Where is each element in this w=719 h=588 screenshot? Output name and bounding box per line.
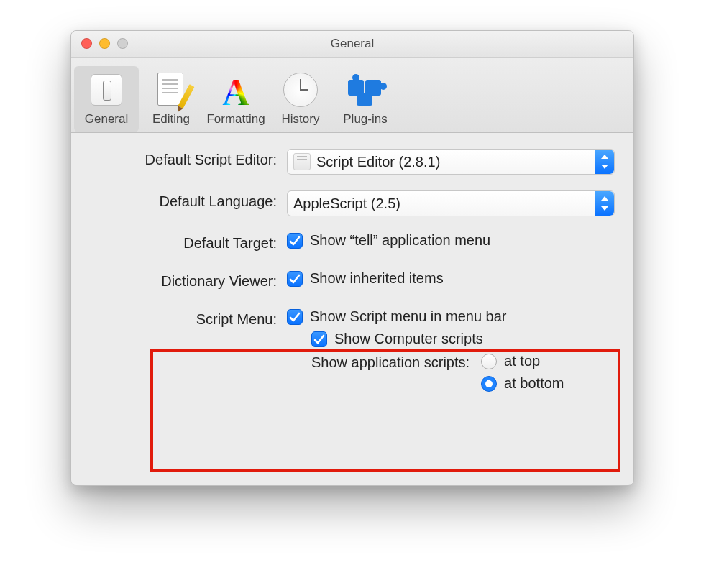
preferences-content: Default Script Editor: Script Editor (2.… (71, 133, 633, 392)
formatting-icon: A (218, 72, 254, 108)
radio-group-app-scripts: at top at bottom (481, 353, 564, 392)
checkbox-show-script-menu[interactable]: Show Script menu in menu bar (287, 308, 615, 325)
radio-icon (481, 354, 497, 369)
tab-editing-label: Editing (139, 112, 203, 127)
radio-icon (481, 376, 497, 392)
checkbox-show-tell-menu-label: Show “tell” application menu (310, 232, 490, 249)
label-app-scripts: Show application scripts: (311, 353, 481, 371)
tab-history-label: History (268, 112, 333, 127)
tab-editing[interactable]: Editing (139, 66, 203, 132)
label-default-editor: Default Script Editor: (90, 149, 287, 168)
row-default-language: Default Language: AppleScript (2.5) (90, 190, 615, 216)
window-controls (81, 38, 128, 49)
row-default-target: Default Target: Show “tell” application … (90, 232, 615, 254)
checkbox-show-computer-scripts[interactable]: Show Computer scripts (311, 331, 615, 347)
radio-at-top[interactable]: at top (481, 353, 564, 369)
editing-icon (156, 73, 186, 107)
preferences-window: General General Editing A Formatting (70, 30, 634, 486)
label-script-menu: Script Menu: (90, 308, 287, 328)
history-icon (283, 73, 318, 107)
close-button[interactable] (81, 38, 92, 49)
default-language-popup[interactable]: AppleScript (2.5) (287, 190, 615, 216)
radio-at-bottom-label: at bottom (504, 375, 564, 392)
checkbox-show-inherited[interactable]: Show inherited items (287, 270, 615, 287)
radio-at-bottom[interactable]: at bottom (481, 375, 564, 392)
label-default-language: Default Language: (90, 190, 287, 210)
checkbox-show-computer-scripts-label: Show Computer scripts (334, 331, 483, 347)
chevron-up-down-icon (595, 150, 614, 174)
titlebar: General (71, 31, 633, 58)
tab-history[interactable]: History (268, 66, 333, 132)
chevron-up-down-icon (595, 191, 614, 216)
tab-formatting[interactable]: A Formatting (203, 66, 268, 132)
default-editor-popup[interactable]: Script Editor (2.8.1) (287, 149, 615, 175)
tab-general-label: General (74, 112, 139, 127)
script-editor-icon (293, 153, 311, 170)
checkmark-icon (287, 309, 303, 325)
default-language-value: AppleScript (2.5) (293, 196, 400, 212)
row-script-menu: Script Menu: Show Script menu in menu ba… (90, 308, 615, 392)
window-title: General (331, 37, 374, 51)
checkbox-show-tell-menu[interactable]: Show “tell” application menu (287, 232, 615, 249)
checkbox-show-script-menu-label: Show Script menu in menu bar (310, 308, 506, 325)
checkmark-icon (287, 233, 303, 249)
default-editor-value: Script Editor (2.8.1) (316, 154, 440, 170)
tab-formatting-label: Formatting (203, 112, 268, 127)
label-default-target: Default Target: (90, 232, 287, 252)
preferences-toolbar: General Editing A Formatting History (71, 58, 633, 133)
checkmark-icon (287, 271, 303, 287)
label-dictionary-viewer: Dictionary Viewer: (90, 270, 287, 290)
row-dictionary-viewer: Dictionary Viewer: Show inherited items (90, 270, 615, 293)
plugins-icon (345, 73, 385, 107)
checkbox-show-inherited-label: Show inherited items (310, 270, 444, 287)
row-app-scripts-position: Show application scripts: at top at bott… (311, 353, 615, 392)
checkmark-icon (311, 331, 327, 347)
tab-plugins-label: Plug-ins (333, 112, 398, 127)
minimize-button[interactable] (99, 38, 110, 49)
zoom-button[interactable] (117, 38, 128, 49)
radio-at-top-label: at top (504, 353, 540, 369)
tab-plugins[interactable]: Plug-ins (333, 66, 398, 132)
row-default-editor: Default Script Editor: Script Editor (2.… (90, 149, 615, 175)
general-icon (91, 74, 122, 106)
tab-general[interactable]: General (74, 66, 139, 132)
